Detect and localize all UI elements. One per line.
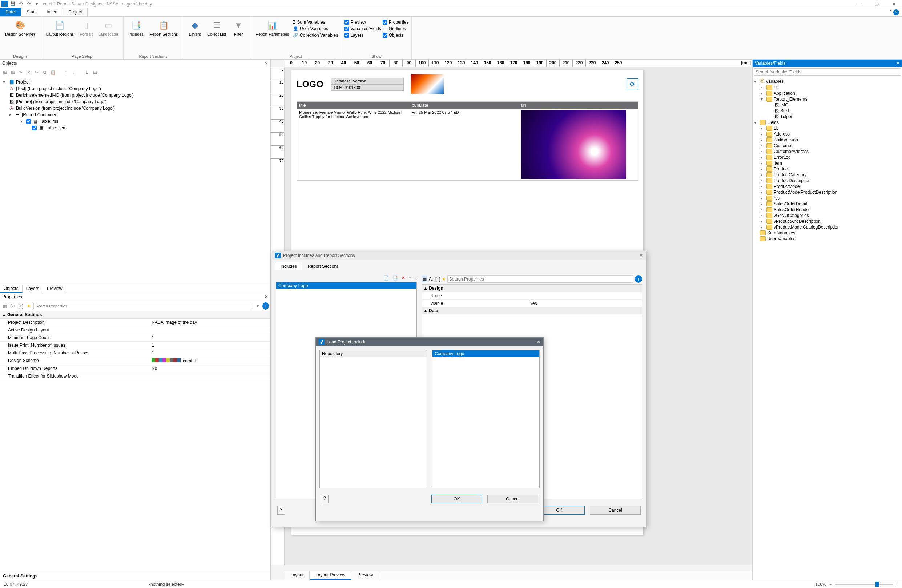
tree-item[interactable]: Table: item bbox=[45, 125, 66, 130]
chevron-icon[interactable]: › bbox=[761, 195, 765, 200]
expand-icon[interactable]: [+] bbox=[17, 303, 24, 308]
cancel-button[interactable]: Cancel bbox=[590, 506, 641, 514]
tree-row[interactable]: ›ProductModelProductDescription bbox=[753, 189, 902, 195]
help-icon[interactable]: ? bbox=[321, 494, 329, 504]
tree-row[interactable]: ›vGetAllCategories bbox=[753, 213, 902, 218]
coll-vars-button[interactable]: 🔗 Collection Variables bbox=[293, 33, 338, 38]
tree-checkbox[interactable] bbox=[32, 126, 37, 130]
tab-report-sections[interactable]: Report Sections bbox=[302, 262, 344, 271]
tree-item[interactable]: BuildVersion (from project include 'Comp… bbox=[16, 106, 115, 111]
redo-icon[interactable] bbox=[25, 1, 32, 7]
tree-row[interactable]: Sekt bbox=[753, 108, 902, 114]
tree-row[interactable]: ›ProductCategory bbox=[753, 172, 902, 178]
close-variables-icon[interactable]: ✕ bbox=[896, 61, 900, 66]
tree-row[interactable]: ›Product bbox=[753, 166, 902, 172]
layout-regions-button[interactable]: 📄Layout Regions bbox=[44, 18, 76, 38]
collapse-icon[interactable]: ▴ bbox=[424, 308, 427, 313]
chevron-icon[interactable]: › bbox=[761, 143, 765, 148]
object-list-button[interactable]: ☰Object List bbox=[205, 18, 228, 38]
sections-button[interactable]: 📋Report Sections bbox=[147, 18, 180, 38]
chevron-icon[interactable]: › bbox=[761, 213, 765, 218]
chevron-icon[interactable]: › bbox=[761, 138, 765, 142]
info-icon[interactable]: i bbox=[635, 275, 642, 283]
report-params-button[interactable]: 📊Report Parameters bbox=[253, 18, 291, 38]
tree-row[interactable]: ›BuildVersion bbox=[753, 137, 902, 143]
qat-dropdown-icon[interactable]: ▾ bbox=[33, 1, 40, 7]
tab-preview[interactable]: Preview bbox=[43, 285, 66, 293]
tree-item[interactable]: [Report Container] bbox=[22, 112, 58, 117]
search-props-input[interactable] bbox=[447, 275, 633, 283]
user-vars-button[interactable]: 👤 User Variables bbox=[293, 26, 338, 31]
prop-value[interactable]: combit bbox=[149, 357, 270, 364]
chevron-icon[interactable]: › bbox=[761, 91, 765, 96]
chevron-down-icon[interactable]: ▾ bbox=[20, 119, 25, 124]
tree-item[interactable]: Table: rss bbox=[40, 119, 58, 124]
cat-icon[interactable]: ▦ bbox=[2, 303, 8, 308]
tab-preview[interactable]: Preview bbox=[351, 571, 379, 580]
gridlines-check[interactable]: Gridlines bbox=[383, 26, 409, 31]
copy2-icon[interactable]: ⧉ bbox=[41, 69, 48, 76]
delete-icon[interactable]: ✕ bbox=[402, 275, 405, 281]
chevron-icon[interactable]: ▾ bbox=[754, 79, 758, 84]
layers-check[interactable]: Layers bbox=[344, 33, 381, 38]
prop-value[interactable]: NASA Image of the day bbox=[149, 319, 270, 326]
tree-row[interactable]: ›CustomerAddress bbox=[753, 149, 902, 155]
tree-row[interactable]: ›item bbox=[753, 160, 902, 166]
tree-row[interactable]: ›ProductDescription bbox=[753, 178, 902, 183]
varfields-check[interactable]: Variables/Fields bbox=[344, 26, 381, 31]
collapse-ribbon-icon[interactable]: ˄ bbox=[889, 10, 892, 15]
tab-insert[interactable]: Insert bbox=[41, 8, 63, 16]
prop-value[interactable]: 1 bbox=[149, 349, 270, 357]
new-icon[interactable]: ▦ bbox=[2, 69, 8, 76]
dbversion-value[interactable]: 10.50.91013.00 bbox=[331, 84, 404, 91]
chevron-icon[interactable]: › bbox=[761, 190, 765, 195]
chevron-icon[interactable]: › bbox=[761, 155, 765, 160]
chevron-icon[interactable]: › bbox=[761, 131, 765, 137]
minimize-button[interactable]: — bbox=[855, 2, 863, 6]
sum-vars-button[interactable]: Σ Sum Variables bbox=[293, 20, 338, 25]
chevron-icon[interactable]: › bbox=[761, 201, 765, 206]
tree-row[interactable]: Tulpen bbox=[753, 114, 902, 120]
chevron-icon[interactable]: › bbox=[761, 219, 765, 224]
close-button[interactable]: ✕ bbox=[890, 2, 897, 6]
tree-row[interactable]: ▾Report_Elements bbox=[753, 96, 902, 102]
star-icon[interactable]: ★ bbox=[25, 303, 32, 308]
close-objects-panel-icon[interactable]: ✕ bbox=[265, 61, 268, 66]
help-icon[interactable]: ? bbox=[893, 9, 899, 15]
design-scheme-button[interactable]: 🎨 Design Scheme▾ bbox=[3, 18, 38, 38]
repository-item[interactable]: Repository bbox=[320, 350, 427, 357]
refresh-icon[interactable]: ⟳ bbox=[626, 78, 638, 90]
zoom-slider[interactable] bbox=[835, 583, 893, 585]
prop-name-value[interactable] bbox=[528, 292, 642, 299]
tree-item[interactable]: [Picture] (from project include 'Company… bbox=[16, 99, 106, 104]
header-image[interactable] bbox=[411, 75, 444, 94]
logo-placeholder[interactable]: LOGO bbox=[296, 79, 324, 89]
up-icon[interactable]: ↑ bbox=[63, 69, 69, 76]
collapse-icon[interactable]: ▴ bbox=[424, 286, 427, 291]
prop-value[interactable]: No bbox=[149, 365, 270, 372]
dropdown-icon[interactable]: ▾ bbox=[254, 303, 261, 308]
tab-project[interactable]: Project bbox=[63, 8, 87, 16]
info-icon[interactable]: i bbox=[262, 302, 269, 310]
prop-value[interactable] bbox=[149, 326, 270, 334]
close-properties-icon[interactable]: ✕ bbox=[265, 294, 268, 299]
tree-row[interactable]: IMG bbox=[753, 102, 902, 108]
chevron-icon[interactable]: › bbox=[761, 184, 765, 189]
search-properties-input[interactable] bbox=[33, 303, 253, 309]
prop-value[interactable]: 1 bbox=[149, 342, 270, 349]
preview-check[interactable]: Preview bbox=[344, 20, 381, 25]
objects-check[interactable]: Objects bbox=[383, 33, 409, 38]
chevron-icon[interactable]: › bbox=[761, 161, 765, 166]
chevron-down-icon[interactable]: ▾ bbox=[9, 112, 13, 117]
search-variables-input[interactable] bbox=[754, 68, 901, 76]
save-icon[interactable] bbox=[9, 1, 16, 7]
prop-visible-value[interactable]: Yes bbox=[528, 300, 642, 307]
tree-row[interactable]: ›ProductModel bbox=[753, 183, 902, 189]
chevron-icon[interactable]: › bbox=[761, 126, 765, 131]
filter-button[interactable]: ▼Filter bbox=[230, 18, 247, 38]
copy-icon[interactable]: ▦ bbox=[9, 69, 16, 76]
tree-row[interactable]: ›LL bbox=[753, 84, 902, 91]
tree-project[interactable]: Project bbox=[16, 80, 30, 84]
chevron-icon[interactable]: › bbox=[761, 85, 765, 90]
tab-start[interactable]: Start bbox=[21, 8, 41, 16]
